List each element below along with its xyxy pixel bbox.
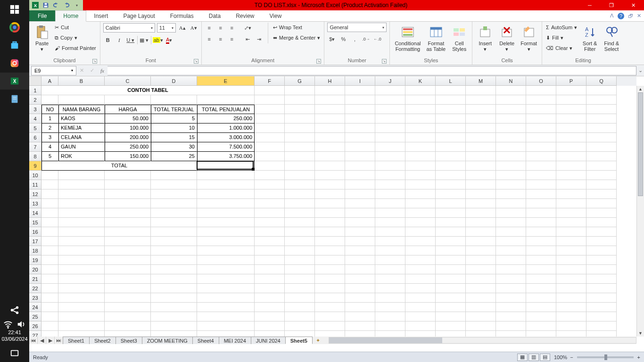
cell-D13[interactable] [151, 199, 197, 208]
cell-H19[interactable] [315, 255, 345, 265]
row-header-14[interactable]: 14 [29, 208, 41, 218]
tab-review[interactable]: Review [228, 10, 262, 21]
cell-H22[interactable] [315, 284, 345, 293]
cell-J23[interactable] [375, 293, 405, 303]
cell-F17[interactable] [255, 237, 285, 246]
cell-K9[interactable] [405, 161, 436, 171]
cell-L23[interactable] [436, 293, 466, 303]
cell-L2[interactable] [436, 95, 466, 105]
cell-H13[interactable] [315, 199, 345, 208]
qat-customize-icon[interactable]: ▾ [74, 2, 80, 8]
cell-P18[interactable] [556, 246, 586, 255]
cell-E14[interactable] [197, 208, 255, 218]
cell-J19[interactable] [375, 255, 405, 265]
cell-N4[interactable] [496, 114, 526, 123]
cell-M17[interactable] [466, 237, 496, 246]
cell-P6[interactable] [556, 133, 586, 142]
underline-button[interactable]: U ▾ [126, 35, 135, 45]
cell-F18[interactable] [255, 246, 285, 255]
cell-A1[interactable]: CONTOH TABEL [41, 86, 255, 95]
cell-G9[interactable] [285, 161, 315, 171]
align-left-icon[interactable]: ≡ [205, 34, 214, 44]
cell-F22[interactable] [255, 284, 285, 293]
row-header-23[interactable]: 23 [29, 293, 41, 303]
undo-icon[interactable] [53, 2, 59, 8]
cell-M12[interactable] [466, 189, 496, 199]
fill-color-button[interactable]: ab▾ [153, 35, 163, 45]
cell-M22[interactable] [466, 284, 496, 293]
cell-Q17[interactable] [586, 237, 617, 246]
cell-C25[interactable] [105, 312, 151, 321]
cell-C15[interactable] [105, 218, 151, 227]
cell-L26[interactable] [436, 321, 466, 331]
cell-M10[interactable] [466, 171, 496, 180]
copy-button[interactable]: ⧉Copy ▾ [54, 33, 97, 42]
cell-I26[interactable] [345, 321, 375, 331]
cell-M18[interactable] [466, 246, 496, 255]
cell-Q3[interactable] [586, 105, 617, 114]
cell-H2[interactable] [315, 95, 345, 105]
cell-A24[interactable] [41, 303, 58, 312]
cell-A17[interactable] [41, 237, 58, 246]
cell-P12[interactable] [556, 189, 586, 199]
fill-button[interactable]: ⬇Fill ▾ [545, 33, 578, 42]
cell-H18[interactable] [315, 246, 345, 255]
cell-A12[interactable] [41, 189, 58, 199]
cell-G15[interactable] [285, 218, 315, 227]
cell-D5[interactable]: 10 [151, 123, 197, 133]
row-header-11[interactable]: 11 [29, 180, 41, 189]
page-layout-view-icon[interactable]: ▥ [528, 354, 539, 361]
cell-B10[interactable] [58, 171, 105, 180]
cell-L24[interactable] [436, 303, 466, 312]
cell-F19[interactable] [255, 255, 285, 265]
cell-F8[interactable] [255, 152, 285, 161]
cell-N26[interactable] [496, 321, 526, 331]
chrome-icon[interactable] [0, 19, 29, 36]
cell-Q5[interactable] [586, 123, 617, 133]
cell-E12[interactable] [197, 189, 255, 199]
cell-C12[interactable] [105, 189, 151, 199]
conditional-formatting-button[interactable]: Conditional Formatting [393, 23, 422, 54]
cell-P5[interactable] [556, 123, 586, 133]
cell-K21[interactable] [405, 274, 436, 284]
cell-C24[interactable] [105, 303, 151, 312]
cell-I9[interactable] [345, 161, 375, 171]
cell-L1[interactable] [436, 86, 466, 95]
cell-O24[interactable] [526, 303, 556, 312]
tab-page-layout[interactable]: Page Layout [116, 10, 162, 21]
cell-L14[interactable] [436, 208, 466, 218]
cell-M7[interactable] [466, 142, 496, 152]
borders-button[interactable]: ▦ ▾ [140, 35, 149, 45]
cell-O8[interactable] [526, 152, 556, 161]
cell-Q4[interactable] [586, 114, 617, 123]
cell-N1[interactable] [496, 86, 526, 95]
cell-B26[interactable] [58, 321, 105, 331]
cell-B2[interactable] [58, 95, 105, 105]
cell-M4[interactable] [466, 114, 496, 123]
sheet-tab-zoom-meeting[interactable]: ZOOM MEETING [142, 337, 193, 344]
zoom-level[interactable]: 100% [554, 354, 567, 360]
cell-O4[interactable] [526, 114, 556, 123]
cell-A16[interactable] [41, 227, 58, 237]
cell-P20[interactable] [556, 265, 586, 274]
align-top-icon[interactable]: ≡ [205, 23, 214, 33]
cell-F6[interactable] [255, 133, 285, 142]
cell-F1[interactable] [255, 86, 285, 95]
cell-J18[interactable] [375, 246, 405, 255]
horizontal-scrollbar[interactable] [329, 337, 636, 344]
expand-formula-bar-icon[interactable]: ⌄ [636, 67, 644, 74]
cell-P8[interactable] [556, 152, 586, 161]
cell-M19[interactable] [466, 255, 496, 265]
cell-O10[interactable] [526, 171, 556, 180]
increase-indent-icon[interactable]: ⇥ [255, 34, 264, 44]
cell-B11[interactable] [58, 180, 105, 189]
cell-K17[interactable] [405, 237, 436, 246]
cell-J20[interactable] [375, 265, 405, 274]
cell-I11[interactable] [345, 180, 375, 189]
cell-F13[interactable] [255, 199, 285, 208]
cell-M20[interactable] [466, 265, 496, 274]
cell-D4[interactable]: 5 [151, 114, 197, 123]
cell-K8[interactable] [405, 152, 436, 161]
cell-G5[interactable] [285, 123, 315, 133]
cell-B22[interactable] [58, 284, 105, 293]
